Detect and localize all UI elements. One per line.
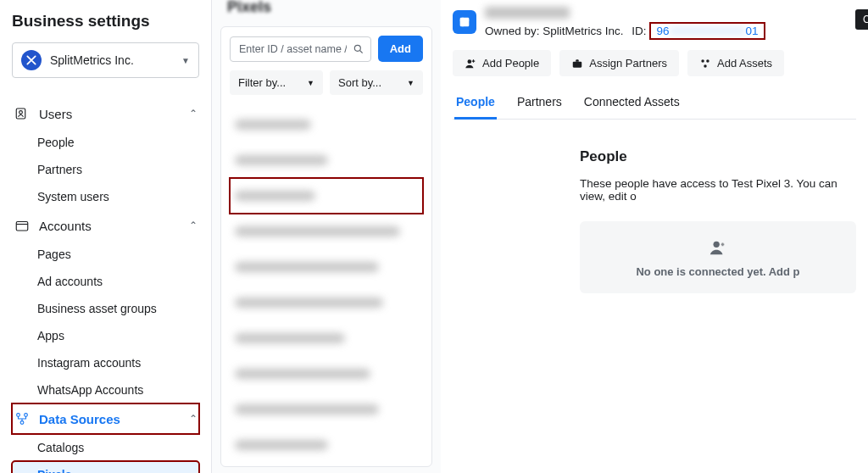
caret-down-icon: ▼ — [307, 79, 314, 87]
chevron-up-icon: ⌃ — [189, 413, 198, 425]
sort-label: Sort by... — [338, 76, 381, 89]
id-label: ID: — [632, 25, 646, 37]
asset-list-column: Pixels Add Filter by... ▼ Sort by... ▼ — [212, 0, 441, 473]
section-title: People — [580, 148, 856, 165]
business-logo — [21, 50, 42, 70]
empty-caption: No one is connected yet. Add p — [588, 265, 848, 278]
page-title: Business settings — [12, 12, 199, 31]
business-name: SplitMetrics Inc. — [50, 53, 181, 67]
id-hidden: 000000000000 — [669, 25, 745, 37]
tab-connected-assets[interactable]: Connected Assets — [582, 88, 682, 120]
search-input-wrap — [230, 36, 371, 62]
nav-section-label: Data Sources — [39, 412, 189, 426]
sidebar-item-instagram-accounts[interactable]: Instagram accounts — [12, 349, 199, 376]
list-item[interactable] — [230, 214, 423, 249]
list-item[interactable] — [230, 142, 423, 178]
list-item[interactable] — [230, 356, 423, 392]
tab-partners[interactable]: Partners — [515, 88, 564, 120]
chevron-up-icon: ⌃ — [189, 220, 198, 231]
svg-point-10 — [701, 59, 704, 63]
id-suffix: 01 — [746, 25, 759, 37]
list-item[interactable] — [230, 107, 423, 142]
sidebar-item-pixels[interactable]: Pixels — [12, 461, 199, 473]
users-icon — [14, 105, 31, 122]
svg-point-11 — [706, 59, 709, 63]
svg-rect-2 — [16, 222, 28, 231]
sidebar-item-people[interactable]: People — [12, 129, 199, 156]
sidebar-item-ad-accounts[interactable]: Ad accounts — [12, 268, 199, 295]
svg-point-1 — [19, 111, 23, 114]
list-item[interactable] — [230, 285, 423, 320]
add-assets-button[interactable]: Add Assets — [687, 50, 784, 76]
list-item[interactable] — [230, 178, 423, 214]
list-item[interactable] — [230, 249, 423, 285]
detail-pane: Owned by: SplitMetrics Inc. ID: 96000000… — [441, 0, 868, 473]
list-item[interactable] — [230, 320, 423, 356]
assign-partners-label: Assign Partners — [589, 57, 667, 70]
briefcase-icon — [571, 58, 583, 70]
assign-partners-button[interactable]: Assign Partners — [559, 50, 679, 76]
filter-label: Filter by... — [238, 76, 286, 89]
svg-point-4 — [25, 414, 28, 417]
nav-section-label: Accounts — [39, 219, 189, 233]
chevron-up-icon: ⌃ — [189, 108, 198, 120]
id-prefix: 96 — [656, 25, 669, 37]
sidebar-item-system-users[interactable]: System users — [12, 183, 199, 210]
owned-by-label: Owned by: — [485, 25, 540, 37]
add-button[interactable]: Add — [378, 36, 423, 62]
sidebar-item-catalogs[interactable]: Catalogs — [12, 434, 199, 461]
list-heading: Pixels — [212, 0, 441, 18]
asset-list-card: Add Filter by... ▼ Sort by... ▼ — [220, 26, 432, 467]
sidebar-item-business-asset-groups[interactable]: Business asset groups — [12, 295, 199, 322]
sidebar-item-apps[interactable]: Apps — [12, 322, 199, 349]
assets-icon — [699, 58, 711, 70]
sidebar: Business settings SplitMetrics Inc. ▼ Us… — [0, 0, 212, 473]
svg-point-6 — [354, 45, 360, 51]
accounts-icon — [14, 217, 31, 234]
svg-point-5 — [20, 421, 24, 425]
svg-point-3 — [17, 414, 20, 417]
svg-rect-9 — [573, 61, 582, 67]
nav-section-users[interactable]: Users ⌃ — [12, 98, 199, 129]
svg-point-8 — [468, 59, 472, 64]
nav-section-accounts[interactable]: Accounts ⌃ — [12, 210, 199, 241]
list-item[interactable] — [230, 427, 423, 463]
sidebar-item-pages[interactable]: Pages — [12, 241, 199, 268]
svg-point-12 — [704, 64, 707, 68]
caret-down-icon: ▼ — [181, 56, 190, 65]
add-assets-label: Add Assets — [717, 57, 772, 70]
nav-section-label: Users — [39, 107, 189, 121]
filter-by-dropdown[interactable]: Filter by... ▼ — [230, 70, 323, 95]
sort-by-dropdown[interactable]: Sort by... ▼ — [330, 70, 423, 95]
pixel-icon — [453, 10, 476, 34]
person-add-icon — [709, 238, 727, 257]
svg-rect-7 — [460, 18, 470, 27]
sidebar-item-whatsapp-accounts[interactable]: WhatsApp Accounts — [12, 376, 199, 403]
nav-section-data-sources[interactable]: Data Sources ⌃ — [12, 403, 199, 434]
pixel-list — [230, 107, 423, 463]
list-item[interactable] — [230, 392, 423, 427]
pixel-id[interactable]: 9600000000000001 — [649, 22, 765, 40]
add-people-label: Add People — [482, 57, 539, 70]
search-input[interactable] — [230, 36, 371, 62]
owned-by-line: Owned by: SplitMetrics Inc. ID: 96000000… — [485, 22, 856, 40]
pixel-name — [485, 7, 570, 19]
svg-point-13 — [714, 242, 720, 248]
section-description: These people have access to Test Pixel 3… — [580, 177, 856, 203]
business-selector[interactable]: SplitMetrics Inc. ▼ — [12, 42, 199, 78]
data-sources-icon — [14, 410, 31, 427]
owner-name: SplitMetrics Inc. — [542, 25, 623, 37]
copy-tooltip: Copy to clipboard — [855, 9, 868, 30]
sidebar-item-partners[interactable]: Partners — [12, 156, 199, 183]
add-people-button[interactable]: Add People — [453, 50, 551, 76]
empty-state: No one is connected yet. Add p — [580, 221, 856, 293]
tab-people[interactable]: People — [454, 88, 497, 120]
search-icon — [353, 43, 364, 55]
caret-down-icon: ▼ — [407, 79, 415, 87]
person-add-icon — [465, 58, 476, 70]
